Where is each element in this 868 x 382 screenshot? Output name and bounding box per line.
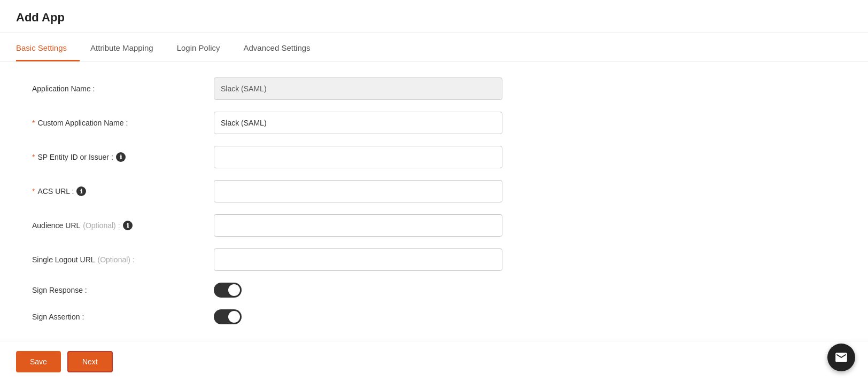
sign-response-row: Sign Response : (32, 283, 836, 298)
sign-assertion-row: Sign Assertion : (32, 309, 836, 324)
tab-attribute-mapping[interactable]: Attribute Mapping (90, 34, 166, 61)
sp-entity-id-label: *SP Entity ID or Issuer : ℹ (32, 152, 214, 162)
tabs-bar: Basic Settings Attribute Mapping Login P… (0, 33, 868, 61)
page-header: Add App (0, 0, 868, 33)
chat-icon (834, 350, 848, 364)
sign-response-label: Sign Response : (32, 286, 214, 294)
single-logout-url-label: Single Logout URL (Optional) : (32, 255, 214, 264)
application-name-label: Application Name : (32, 84, 214, 93)
sign-assertion-label: Sign Assertion : (32, 313, 214, 321)
audience-url-row: Audience URL (Optional) : ℹ (32, 214, 836, 237)
tab-advanced-settings[interactable]: Advanced Settings (244, 34, 323, 61)
sign-response-toggle[interactable] (214, 283, 242, 298)
sp-entity-id-info-icon[interactable]: ℹ (116, 152, 126, 162)
sign-assertion-toggle[interactable] (214, 309, 242, 324)
next-button[interactable]: Next (67, 351, 113, 372)
acs-url-label: *ACS URL : ℹ (32, 186, 214, 196)
acs-url-input[interactable] (214, 180, 502, 202)
page-title: Add App (16, 11, 852, 25)
sp-entity-id-input[interactable] (214, 146, 502, 168)
custom-application-name-label: *Custom Application Name : (32, 119, 214, 127)
footer-buttons: Save Next (0, 341, 868, 382)
page-wrapper: Add App Basic Settings Attribute Mapping… (0, 0, 868, 382)
form-area: Application Name : *Custom Application N… (0, 61, 868, 352)
sp-entity-id-row: *SP Entity ID or Issuer : ℹ (32, 146, 836, 168)
tab-login-policy[interactable]: Login Policy (177, 34, 233, 61)
tab-basic-settings[interactable]: Basic Settings (16, 34, 80, 61)
chat-fab-button[interactable] (827, 344, 855, 371)
custom-application-name-row: *Custom Application Name : (32, 112, 836, 134)
audience-url-input[interactable] (214, 214, 502, 237)
audience-url-label: Audience URL (Optional) : ℹ (32, 221, 214, 230)
single-logout-url-input[interactable] (214, 248, 502, 271)
audience-url-info-icon[interactable]: ℹ (123, 221, 133, 230)
application-name-row: Application Name : (32, 77, 836, 100)
acs-url-info-icon[interactable]: ℹ (76, 186, 86, 196)
single-logout-url-row: Single Logout URL (Optional) : (32, 248, 836, 271)
custom-application-name-input[interactable] (214, 112, 502, 134)
acs-url-row: *ACS URL : ℹ (32, 180, 836, 202)
application-name-input[interactable] (214, 77, 502, 100)
save-button[interactable]: Save (16, 351, 61, 372)
